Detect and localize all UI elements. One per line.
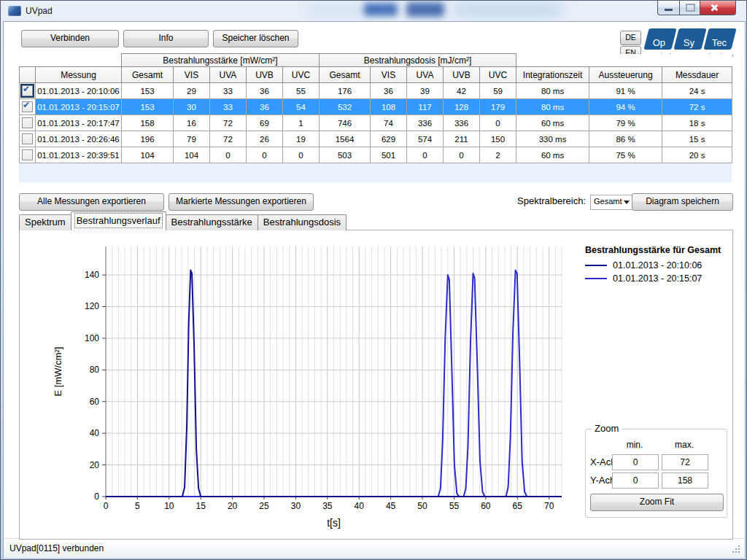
zoom-fit-button[interactable]: Zoom Fit [590, 494, 724, 511]
table-row[interactable]: 01.01.2013 - 20:26:461967972261915646295… [20, 131, 732, 147]
table-cell: 80 ms [516, 83, 589, 99]
chevron-down-icon [624, 201, 630, 204]
table-cell: 01.01.2013 - 20:10:06 [36, 83, 122, 99]
table-row[interactable]: ✔01.01.2013 - 20:10:06153293336551763639… [20, 83, 732, 99]
column-header: UVB [247, 67, 283, 83]
tab-spektrum[interactable]: Spektrum [19, 214, 71, 230]
table-cell: 16 [174, 115, 210, 131]
row-checkbox[interactable] [22, 117, 33, 128]
minimize-button[interactable] [657, 1, 680, 15]
checkbox-cell [20, 115, 36, 131]
row-checkbox[interactable]: ✔ [22, 101, 33, 112]
measurement-table: Bestrahlungsstärke [mW/cm²]Bestrahlungsd… [19, 53, 732, 163]
tab-bestrahlungsstärke[interactable]: Bestrahlungsstärke [166, 214, 258, 230]
column-header: Integrationszeit [516, 67, 589, 83]
svg-text:10: 10 [164, 501, 174, 511]
titlebar-glass-decoration [307, 7, 373, 14]
row-checkbox[interactable] [22, 149, 33, 160]
column-header [20, 67, 36, 83]
table-cell: 36 [247, 99, 283, 115]
table-cell: 94 % [589, 99, 662, 115]
svg-text:0: 0 [104, 501, 109, 511]
legend-line-swatch [585, 265, 607, 266]
table-cell: 20 s [662, 147, 732, 163]
table-cell: 336 [444, 115, 480, 131]
table-cell: 80 ms [516, 99, 589, 115]
svg-text:35: 35 [322, 501, 333, 511]
clear-memory-button[interactable]: Speicher löschen [213, 30, 298, 47]
zoom-groupbox-title: Zoom [592, 423, 622, 434]
zoom-groupbox: Zoom min. max. X-Achse: Y-Achse: Zoom Fi… [585, 429, 727, 518]
legend-line-swatch [585, 278, 607, 279]
checkmark-icon: ✔ [23, 84, 30, 94]
export-all-button[interactable]: Alle Messungen exportieren [19, 193, 164, 211]
table-cell: 0 [210, 147, 247, 163]
table-cell: 150 [480, 131, 516, 147]
info-button[interactable]: Info [123, 30, 209, 47]
svg-text:60: 60 [481, 501, 491, 511]
table-cell: 330 ms [516, 131, 589, 147]
svg-text:65: 65 [513, 501, 523, 511]
row-checkbox[interactable] [22, 133, 33, 144]
x-min-input[interactable] [612, 454, 659, 470]
tab-label: Spektrum [25, 217, 66, 228]
logo-segments: OpSyTec [643, 28, 739, 50]
grid-background [19, 162, 732, 182]
table-cell: 29 [174, 83, 210, 99]
table-cell: 19 [283, 131, 320, 147]
table-cell: 196 [122, 131, 174, 147]
table-cell: 79 % [589, 115, 662, 131]
row-checkbox[interactable]: ✔ [22, 85, 33, 96]
y-min-input[interactable] [612, 472, 659, 489]
connect-button[interactable]: Verbinden [21, 30, 119, 47]
table-row[interactable]: 01.01.2013 - 20:17:471581672691746743363… [20, 115, 732, 131]
table-cell: 33 [210, 99, 247, 115]
column-header: Messdauer [662, 67, 732, 83]
table-cell: 0 [407, 147, 444, 163]
logo-segment: Sy [673, 28, 706, 50]
table-cell: 72 [210, 131, 247, 147]
tab-label: Bestrahlungsstärke [171, 217, 252, 228]
table-cell: 55 [283, 83, 320, 99]
table-cell: 1564 [320, 131, 371, 147]
tab-label: Bestrahlungsverlauf [77, 215, 160, 226]
column-header: VIS [371, 67, 407, 83]
svg-text:E [mW/cm²]: E [mW/cm²] [53, 347, 63, 397]
save-diagram-button[interactable]: Diagram speichern [632, 193, 733, 211]
spectral-range-select[interactable]: Gesamt [590, 195, 633, 210]
tab-bestrahlungsdosis[interactable]: Bestrahlungsdosis [258, 214, 347, 230]
checkmark-icon: ✔ [23, 100, 30, 110]
table-cell: 72 s [662, 99, 732, 115]
svg-text:55: 55 [449, 501, 460, 511]
x-max-input[interactable] [662, 454, 708, 470]
svg-text:70: 70 [544, 501, 554, 511]
table-cell: 1 [283, 115, 320, 131]
titlebar[interactable]: UVpad [1, 1, 746, 22]
client-area: Verbinden Info Speicher löschen DE EN Op… [4, 22, 745, 557]
table-cell: 26 [247, 131, 283, 147]
export-marked-button[interactable]: Markierte Messungen exportieren [169, 193, 314, 211]
spectral-range-label: Spektralbereich: [500, 195, 586, 206]
table-cell: 33 [210, 83, 247, 99]
svg-text:45: 45 [386, 501, 396, 511]
language-de-button[interactable]: DE [620, 31, 641, 45]
chart-legend: Bestrahlungsstärke für Gesamt 01.01.2013… [585, 245, 728, 287]
table-cell: 179 [480, 99, 516, 115]
table-cell: 01.01.2013 - 20:17:47 [36, 115, 122, 131]
column-header: UVC [283, 67, 320, 83]
table-row[interactable]: 01.01.2013 - 20:39:511041040005035010026… [20, 147, 732, 163]
tab-bestrahlungsverlauf[interactable]: Bestrahlungsverlauf [71, 211, 166, 230]
table-cell: 18 s [662, 115, 732, 131]
tab-strip: SpektrumBestrahlungsverlaufBestrahlungss… [19, 212, 346, 230]
resize-grip-icon[interactable] [738, 551, 740, 553]
close-button[interactable] [700, 1, 736, 15]
svg-text:t[s]: t[s] [327, 517, 341, 529]
maximize-button[interactable] [680, 1, 700, 15]
y-max-input[interactable] [662, 472, 708, 489]
group-header-dose: Bestrahlungsdosis [mJ/cm²] [320, 54, 516, 67]
table-cell: 69 [247, 115, 283, 131]
column-header: UVA [407, 67, 444, 83]
checkbox-cell: ✔ [20, 99, 36, 115]
titlebar-glass-decoration [453, 5, 562, 15]
table-row[interactable]: ✔01.01.2013 - 20:15:07153303336545321081… [20, 99, 732, 115]
